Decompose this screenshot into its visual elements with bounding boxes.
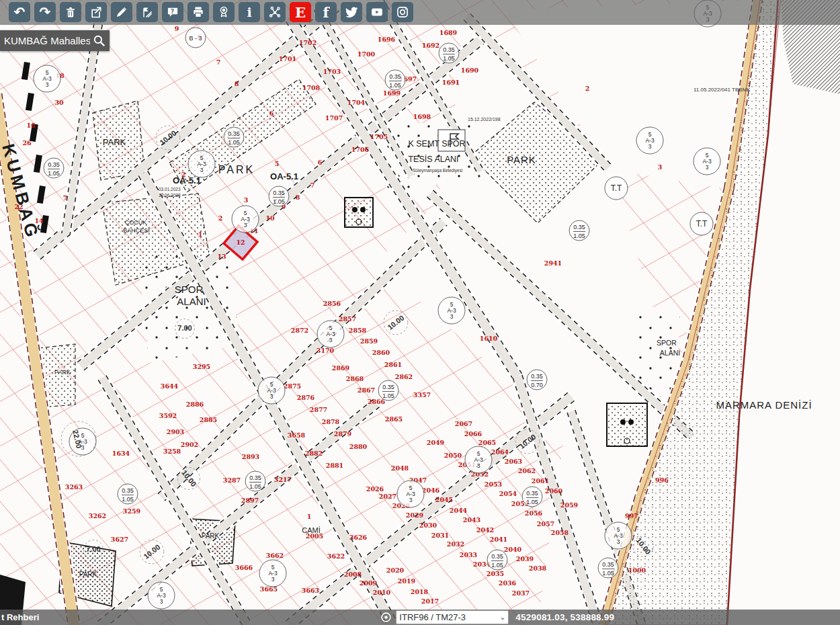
- parcel-number: 2048: [391, 464, 409, 472]
- projection-select[interactable]: ITRF96 / TM27-3 ⌄: [396, 610, 509, 624]
- parcel-number: 7: [216, 58, 221, 66]
- zoning-circle: 5A-33: [259, 560, 286, 587]
- map-annotation: Süleymanpaşa Belediyesi: [413, 168, 462, 173]
- parcel-number: 2066: [464, 430, 482, 438]
- svg-text:1.05: 1.05: [122, 496, 134, 503]
- parcel-number: 2009: [360, 579, 378, 587]
- parcel-number: 12: [236, 239, 245, 246]
- svg-text:1.05: 1.05: [602, 570, 614, 577]
- youtube-button[interactable]: [366, 2, 388, 22]
- parcel-number: 2885: [200, 416, 217, 423]
- parcel-number: 997: [625, 512, 638, 519]
- parcel-number: 2038: [529, 565, 547, 572]
- svg-text:7.00: 7.00: [86, 545, 100, 553]
- svg-text:1.05: 1.05: [526, 499, 538, 505]
- parcel-number: 3627: [111, 536, 128, 543]
- parcel-number: 2856: [323, 300, 341, 307]
- svg-text:3: 3: [160, 598, 163, 605]
- svg-text:3: 3: [706, 164, 709, 171]
- parcel-number: 2868: [346, 375, 364, 382]
- svg-text:0.35: 0.35: [573, 224, 585, 231]
- parcel-number: 2877: [310, 406, 327, 413]
- svg-text:3: 3: [46, 81, 49, 88]
- parcel-number: 1634: [112, 450, 130, 457]
- parcel-number: 2050: [444, 452, 462, 459]
- parcel-number: 2056: [525, 509, 543, 517]
- parcel-number: 1000: [628, 567, 646, 574]
- parcel-number: 2057: [537, 520, 554, 528]
- parcel-number: 2042: [476, 526, 494, 534]
- twitter-button[interactable]: [341, 2, 362, 22]
- zoning-circle: 0.351.05: [118, 484, 138, 504]
- zoning-circle: 0.351.05: [487, 550, 507, 570]
- parcel-number: 1700: [358, 50, 376, 58]
- svg-text:T.T: T.T: [696, 219, 708, 228]
- parcel-number: 1698: [413, 113, 431, 120]
- svg-text:1.05: 1.05: [443, 55, 455, 62]
- svg-text:1.05: 1.05: [249, 483, 261, 490]
- parcel-number: 2860: [372, 349, 390, 356]
- parcel-number: 2857: [339, 315, 356, 323]
- svg-text:1.05: 1.05: [491, 562, 503, 569]
- parcel-number: 2039: [516, 555, 534, 562]
- svg-text:0.35: 0.35: [531, 373, 543, 380]
- map-canvas[interactable]: 9678618301626227142316891690169116921696…: [0, 0, 840, 625]
- parcel-number: 2897: [241, 497, 259, 504]
- parcel-number: 2062: [518, 467, 536, 474]
- svg-text:3: 3: [648, 143, 652, 150]
- parcel-number: 2045: [435, 496, 453, 503]
- parcel-number: 2018: [411, 588, 429, 595]
- parcel-number: 2859: [360, 337, 378, 345]
- parcel-number: 3622: [327, 552, 345, 560]
- redo-icon: ↷: [40, 5, 51, 19]
- place-label: PARK: [79, 571, 97, 578]
- parcel-number: 3626: [349, 534, 368, 541]
- zoning-circle: 5A-33: [465, 446, 492, 473]
- edevlet-button[interactable]: E: [290, 2, 311, 22]
- parcel-number: 2017: [421, 597, 439, 605]
- parcel-number: 2880: [349, 443, 368, 450]
- panorama-button[interactable]: [213, 2, 235, 22]
- comment-button[interactable]: ?: [162, 2, 183, 22]
- zoning-circle: 5A-33: [188, 151, 215, 177]
- parcel-number: 2044: [450, 507, 468, 514]
- parcel-number: 3662: [266, 552, 284, 559]
- svg-text:0.70: 0.70: [531, 382, 543, 388]
- zoning-circle: 5A-33: [694, 148, 720, 175]
- parcel-number: 3357: [413, 391, 431, 399]
- svg-text:0.35: 0.35: [526, 490, 538, 497]
- network-button[interactable]: [264, 2, 286, 22]
- locate-icon[interactable]: [380, 612, 392, 623]
- parcel-number: 26: [22, 139, 32, 147]
- undo-button[interactable]: ↶: [9, 2, 30, 22]
- parcel-number: 2063: [505, 458, 522, 465]
- draw-button[interactable]: [111, 2, 132, 22]
- facebook-button[interactable]: f: [315, 2, 337, 22]
- delete-button[interactable]: [60, 2, 81, 22]
- info-button[interactable]: i: [239, 2, 260, 22]
- zoning-circle: 0.350.70: [527, 370, 547, 390]
- place-label: OA-5.1: [270, 171, 298, 181]
- print-button[interactable]: [187, 2, 209, 22]
- parcel-number: 2008: [344, 571, 362, 578]
- parcel-number: 2027: [379, 493, 396, 500]
- search-input[interactable]: [0, 35, 93, 46]
- projection-value: ITRF96 / TM27-3: [399, 612, 466, 622]
- parcel-number: 2: [218, 214, 223, 222]
- place-label: TESİS ALANI: [408, 155, 458, 164]
- export-button[interactable]: [85, 2, 107, 22]
- svg-text:3: 3: [450, 313, 454, 320]
- parcel-number: 1691: [442, 79, 460, 86]
- parcel-number: 2861: [384, 361, 402, 368]
- instagram-button[interactable]: [392, 2, 413, 22]
- parcel-number: 1703: [323, 68, 341, 75]
- redo-button[interactable]: ↷: [34, 2, 56, 22]
- coordinates-readout: 4529081.03, 538888.99: [515, 612, 614, 622]
- search-icon[interactable]: [93, 34, 106, 47]
- measure-button[interactable]: [136, 2, 158, 22]
- parcel-number: 13: [217, 253, 226, 260]
- network-icon: [268, 5, 282, 19]
- place-label: OA-5.1: [173, 175, 201, 185]
- place-label: ALANI: [660, 349, 680, 357]
- map-application: 9678618301626227142316891690169116921696…: [0, 0, 840, 625]
